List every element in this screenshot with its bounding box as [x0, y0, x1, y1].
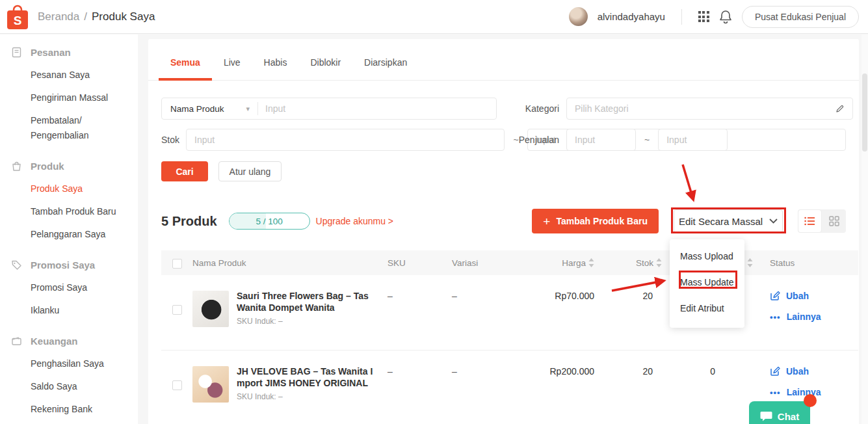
sidebar-item-pesanan-saya[interactable]: Pesanan Saya: [0, 64, 138, 86]
edu-center-button[interactable]: Pusat Edukasi Penjual: [742, 6, 859, 28]
product-summary-bar: 5 Produk 5 / 100 Upgrade akunmu > + Tamb…: [148, 209, 859, 233]
product-name-input[interactable]: [265, 103, 496, 114]
sidebar-item-saldo-saya[interactable]: Saldo Saya: [0, 375, 138, 398]
cell-harga: Rp200.000: [506, 366, 594, 424]
sidebar-item-produk-saya[interactable]: Produk Saya: [0, 178, 138, 200]
reset-button[interactable]: Atur ulang: [218, 161, 282, 181]
row-checkbox[interactable]: [172, 380, 182, 390]
sidebar-item-pembatalan-pengembalian[interactable]: Pembatalan/ Pengembalian: [0, 109, 138, 147]
more-actions-link[interactable]: ••• Lainnya: [770, 311, 854, 322]
shopee-logo-icon[interactable]: S: [5, 3, 30, 31]
grid-view-icon: [829, 216, 839, 226]
column-stok-header[interactable]: Stok: [594, 258, 662, 268]
penjualan-min-input[interactable]: [566, 129, 636, 151]
bulk-edit-menu: Mass Upload Mass Update Edit Atribut: [670, 239, 744, 328]
tab-live[interactable]: Live: [212, 44, 252, 80]
sidebar-item-penghasilan-saya[interactable]: Penghasilan Saya: [0, 352, 138, 375]
sidebar-section-produk: Produk Produk Saya Tambah Produk Baru Pe…: [0, 155, 138, 246]
sidebar-section-keuangan: Keuangan Penghasilan Saya Saldo Saya Rek…: [0, 330, 138, 421]
user-avatar[interactable]: [569, 7, 588, 26]
cell-stok: 20: [594, 366, 662, 424]
breadcrumb-home[interactable]: Beranda: [38, 10, 79, 23]
sort-icon[interactable]: [747, 258, 753, 267]
caret-down-icon[interactable]: ▾: [246, 105, 250, 113]
search-button[interactable]: Cari: [161, 161, 208, 181]
sidebar-item-tambah-produk-baru[interactable]: Tambah Produk Baru: [0, 200, 138, 223]
vertical-scrollbar[interactable]: [861, 34, 868, 424]
edit-icon: [770, 366, 780, 377]
bulk-edit-dropdown-button[interactable]: Edit Secara Massal: [674, 209, 783, 233]
search-field-selector[interactable]: Nama Produk: [162, 104, 224, 114]
apps-grid-icon[interactable]: [698, 11, 709, 22]
tab-habis[interactable]: Habis: [252, 44, 299, 80]
list-view-button[interactable]: [798, 209, 822, 233]
product-table: Nama Produk SKU Variasi Harga Stok: [161, 250, 858, 424]
tab-diblokir[interactable]: Diblokir: [298, 44, 352, 80]
sidebar-title-keuangan: Keuangan: [0, 330, 138, 352]
pencil-icon[interactable]: [835, 104, 845, 114]
cell-harga: Rp70.000: [506, 291, 594, 350]
product-thumbnail[interactable]: [192, 291, 229, 327]
chevron-down-icon: [769, 219, 778, 224]
kategori-select[interactable]: [566, 98, 853, 120]
product-name-search: Nama Produk ▾: [161, 98, 497, 120]
sidebar-title-produk: Produk: [0, 155, 138, 178]
edit-product-link[interactable]: Ubah: [770, 291, 854, 301]
edit-product-link[interactable]: Ubah: [770, 366, 854, 377]
tab-diarsipkan[interactable]: Diarsipkan: [352, 44, 419, 80]
penjualan-filter: Penjualan ~: [514, 129, 728, 151]
grid-view-button[interactable]: [822, 209, 846, 233]
list-view-icon: [804, 217, 815, 226]
stok-min-input[interactable]: [186, 129, 505, 151]
scrollbar-thumb[interactable]: [862, 73, 867, 152]
menu-item-mass-upload[interactable]: Mass Upload: [670, 243, 744, 269]
sort-icon[interactable]: [656, 258, 662, 267]
quota-badge: 5 / 100: [229, 213, 310, 230]
filter-row-1: Nama Produk ▾ Kategori: [161, 98, 846, 120]
plus-icon: +: [543, 215, 550, 228]
sidebar-item-iklanku[interactable]: Iklanku: [0, 299, 138, 322]
product-title[interactable]: Sauri Three Flowers Bag – Tas Wanita Dom…: [237, 291, 378, 313]
filter-row-2: Stok ~ Penjualan ~: [161, 129, 846, 151]
table-row: Sauri Three Flowers Bag – Tas Wanita Dom…: [161, 275, 858, 351]
bell-icon[interactable]: [719, 10, 732, 24]
menu-item-edit-atribut[interactable]: Edit Atribut: [670, 295, 744, 321]
penjualan-max-input[interactable]: [658, 129, 728, 151]
tilde-separator: ~: [644, 135, 650, 145]
sidebar-nav: Pesanan Pesanan Saya Pengiriman Massal P…: [0, 34, 138, 424]
shopee-bag-icon: S: [5, 3, 30, 32]
product-parent-sku: SKU Induk: –: [237, 392, 378, 401]
product-title[interactable]: JH VELOVE BAG – Tas Wanita Import JIMS H…: [237, 366, 378, 389]
cell-sku: –: [381, 291, 445, 350]
product-count-label: 5 Produk: [161, 214, 217, 229]
kategori-input[interactable]: [575, 103, 835, 114]
column-variasi-header: Variasi: [445, 258, 506, 268]
cell-variasi: –: [445, 366, 506, 424]
sidebar-title-promosi: Promosi Saya: [0, 254, 138, 276]
sidebar-section-promosi: Promosi Saya Promosi Saya Iklanku: [0, 254, 138, 322]
sidebar-item-promosi-saya[interactable]: Promosi Saya: [0, 276, 138, 299]
sidebar-title-label: Promosi Saya: [31, 259, 95, 271]
chat-bubble-icon: [760, 411, 772, 421]
chat-button[interactable]: Chat: [749, 401, 810, 424]
sidebar-item-pengiriman-massal[interactable]: Pengiriman Massal: [0, 86, 138, 109]
chat-notification-dot: [804, 394, 817, 407]
select-all-checkbox[interactable]: [172, 259, 182, 269]
sidebar-item-pelanggaran-saya[interactable]: Pelanggaran Saya: [0, 223, 138, 246]
breadcrumb-current: Produk Saya: [92, 10, 155, 23]
tab-semua[interactable]: Semua: [159, 44, 212, 80]
edit-icon: [770, 291, 780, 301]
view-toggle: [798, 209, 846, 233]
sort-icon[interactable]: [588, 258, 594, 267]
upgrade-account-link[interactable]: Upgrade akunmu >: [316, 216, 393, 226]
sidebar-item-rekening-bank[interactable]: Rekening Bank: [0, 398, 138, 421]
cell-sku: –: [381, 366, 445, 424]
username-label[interactable]: alvindadyahayu: [598, 11, 665, 22]
product-thumbnail[interactable]: [192, 366, 229, 403]
add-product-button[interactable]: + Tambah Produk Baru: [532, 209, 659, 233]
filter-row-3: Cari Atur ulang: [161, 161, 846, 181]
row-checkbox[interactable]: [172, 305, 182, 315]
column-harga-header[interactable]: Harga: [506, 258, 594, 268]
menu-item-mass-update[interactable]: Mass Update: [670, 269, 744, 295]
header-right-cluster: alvindadyahayu Pusat Edukasi Penjual: [569, 6, 859, 28]
